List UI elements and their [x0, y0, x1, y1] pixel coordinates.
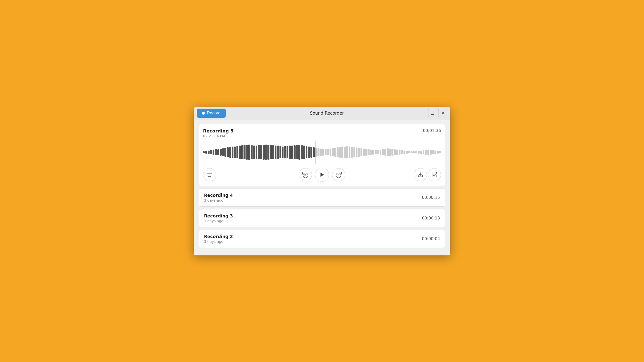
waveform-bar: [399, 150, 400, 155]
waveform-bar: [406, 151, 408, 154]
waveform-bar: [258, 145, 260, 159]
waveform-bar: [308, 147, 310, 158]
waveform-bar: [310, 147, 312, 157]
waveform-bar: [232, 147, 233, 158]
waveform-bar: [215, 149, 217, 155]
waveform-bar: [210, 150, 212, 154]
waveform-bar: [244, 145, 245, 159]
app-window: Record Sound Recorder ☰ ✕ Recording 5 02…: [194, 107, 450, 255]
record-button-label: Record: [207, 111, 221, 116]
rename-button[interactable]: [428, 168, 441, 181]
waveform-bar: [377, 150, 379, 154]
waveform-bar: [317, 148, 319, 156]
waveform-bar: [205, 151, 207, 154]
recording-card-expanded: Recording 5 02:21:04 PM 00:01:36: [199, 124, 445, 186]
waveform-bar: [303, 146, 305, 159]
waveform-bar: [320, 149, 322, 156]
waveform-bar: [296, 145, 298, 159]
waveform-bar: [380, 150, 381, 155]
svg-text:10: 10: [338, 174, 340, 176]
row-date-2: 3 days ago: [204, 240, 233, 244]
waveform-bar: [227, 147, 229, 157]
recording-row-3[interactable]: Recording 3 3 days ago 00:00:18: [199, 209, 445, 227]
waveform-bar: [425, 150, 427, 155]
waveform-bar: [356, 148, 357, 157]
rewind-button[interactable]: 10: [299, 168, 312, 181]
waveform-bar: [282, 147, 284, 158]
waveform-bar: [260, 145, 262, 159]
waveform-bar: [408, 151, 410, 153]
waveform-bar: [370, 150, 372, 155]
delete-button[interactable]: [203, 168, 216, 181]
row-date-3: 3 days ago: [204, 219, 233, 223]
svg-text:10: 10: [304, 174, 306, 176]
waveform-bar: [384, 149, 386, 156]
waveform-bar: [325, 149, 327, 155]
waveform-bar: [279, 146, 281, 159]
waveform-bar: [327, 149, 329, 155]
waveform-bar: [358, 148, 360, 156]
waveform-bar: [415, 151, 417, 153]
forward-button[interactable]: 10: [332, 168, 345, 181]
waveform-bar: [322, 149, 324, 156]
waveform-bar: [332, 148, 334, 156]
waveform-bar: [239, 146, 240, 159]
row-name-3: Recording 3: [204, 213, 233, 218]
recording-info: Recording 5 02:21:04 PM: [203, 128, 234, 138]
row-name-4: Recording 4: [204, 193, 233, 198]
waveform-bar: [432, 150, 434, 154]
waveform-bar: [313, 147, 314, 157]
row-info-3: Recording 3 3 days ago: [204, 213, 233, 223]
waveform-bar: [360, 148, 362, 156]
waveform-bar: [284, 146, 286, 158]
waveform-bar: [437, 151, 438, 154]
waveform-bar: [246, 145, 248, 160]
waveform-bar: [270, 145, 272, 159]
recording-header: Recording 5 02:21:04 PM 00:01:36: [203, 128, 441, 138]
record-button[interactable]: Record: [197, 109, 226, 118]
waveform-bar: [420, 151, 422, 154]
recording-row-2[interactable]: Recording 2 3 days ago 00:00:04: [199, 230, 445, 248]
waveform-bar: [220, 149, 221, 156]
waveform-bar: [222, 148, 224, 156]
playhead: [315, 141, 315, 164]
waveform-container[interactable]: [203, 141, 441, 164]
waveform-bar: [265, 145, 267, 160]
waveform-bar: [344, 147, 346, 158]
waveform-bar: [389, 149, 391, 156]
recording-row-4[interactable]: Recording 4 3 days ago 00:00:15: [199, 189, 445, 207]
waveform-bar: [411, 151, 412, 153]
playback-controls: 10 10: [203, 168, 441, 182]
row-info-4: Recording 4 3 days ago: [204, 193, 233, 202]
menu-button[interactable]: ☰: [428, 109, 437, 117]
waveform-bar: [267, 145, 269, 160]
waveform-bar: [263, 145, 264, 159]
download-button[interactable]: [414, 168, 427, 181]
waveform-bar: [291, 146, 293, 159]
waveform-bar: [382, 149, 384, 155]
waveform-bar: [372, 150, 374, 155]
waveform-bar: [298, 145, 300, 160]
waveform-bar: [430, 150, 431, 155]
play-button[interactable]: [315, 168, 329, 182]
row-date-4: 3 days ago: [204, 198, 233, 202]
waveform-bar: [306, 146, 307, 159]
waveform-bar: [368, 149, 369, 155]
close-button[interactable]: ✕: [438, 109, 447, 117]
waveform-bar: [418, 151, 420, 154]
row-name-2: Recording 2: [204, 234, 233, 239]
close-icon: ✕: [441, 111, 445, 116]
waveform-bar: [387, 148, 388, 156]
menu-icon: ☰: [431, 111, 434, 116]
waveform-bar: [404, 151, 405, 154]
row-duration-2: 00:00:04: [422, 236, 440, 241]
waveform-bar: [341, 147, 343, 158]
waveform-bar: [339, 147, 341, 157]
waveform-bar: [213, 150, 214, 155]
record-dot-icon: [202, 112, 205, 115]
waveform-bar: [365, 149, 367, 156]
waveform-bar: [234, 147, 236, 158]
waveform-bar: [253, 146, 255, 159]
titlebar-actions: ☰ ✕: [428, 109, 447, 117]
waveform-bar: [315, 148, 317, 156]
